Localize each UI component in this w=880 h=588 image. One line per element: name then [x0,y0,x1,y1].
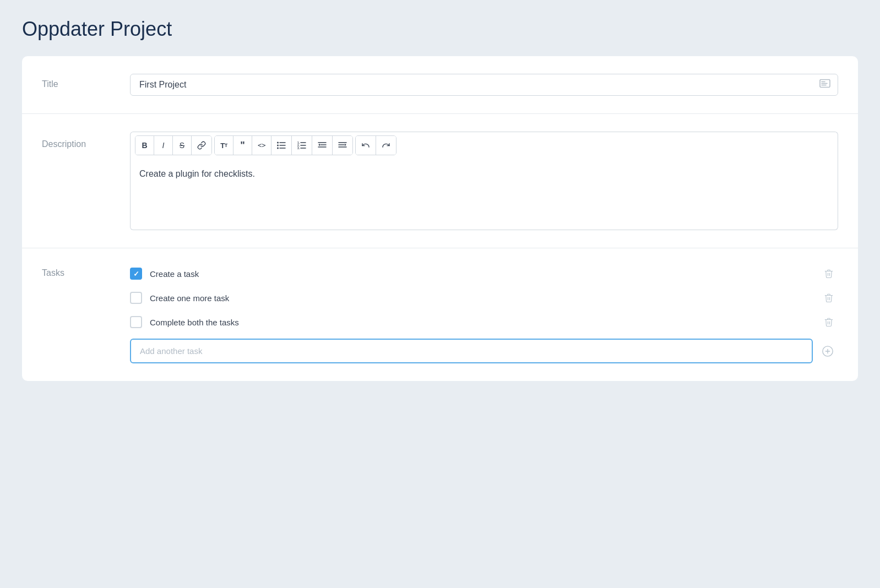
task-delete-button-3[interactable] [819,314,838,330]
page-title: Oppdater Project [22,18,858,41]
svg-marker-19 [318,144,320,146]
title-input-wrapper [130,74,838,96]
bold-button[interactable]: B [135,136,154,155]
numbered-list-button[interactable]: 1. 2. 3. [292,136,312,155]
task-label-1: Create a task [150,269,819,279]
title-field-content [130,74,838,96]
description-section: Description B I S TT [22,114,858,248]
task-delete-button-1[interactable] [819,266,838,281]
bullet-list-button[interactable] [271,136,292,155]
history-group [355,135,396,155]
add-task-input[interactable] [130,339,813,363]
heading-button[interactable]: TT [215,136,233,155]
task-checkbox-2[interactable] [130,292,142,304]
task-delete-button-2[interactable] [819,290,838,306]
redo-button[interactable] [376,136,396,155]
title-input[interactable] [130,74,838,96]
tasks-label: Tasks [42,266,130,278]
tasks-list: Create a task Create one mor [130,266,838,363]
add-task-button[interactable] [817,343,838,360]
code-button[interactable]: <> [252,136,271,155]
task-label-2: Create one more task [150,293,819,303]
tasks-field-content: Create a task Create one mor [130,266,838,363]
indent-left-button[interactable] [312,136,333,155]
title-label: Title [42,74,130,89]
task-checkbox-1[interactable] [130,268,142,280]
svg-point-4 [277,142,279,144]
description-label: Description [42,132,130,149]
task-checkbox-3[interactable] [130,316,142,328]
link-button[interactable] [192,136,211,155]
task-item: Create a task [130,266,838,281]
svg-marker-23 [345,144,346,146]
svg-point-6 [277,145,279,146]
strikethrough-button[interactable]: S [173,136,192,155]
italic-button[interactable]: I [154,136,173,155]
title-icon [819,79,830,91]
add-task-wrapper [130,339,838,363]
format-group: B I S [135,135,212,155]
quote-button[interactable]: " [233,136,252,155]
form-card: Title Description B [22,56,858,381]
undo-button[interactable] [356,136,376,155]
description-field-content: B I S TT " <> [130,132,838,230]
description-editor[interactable]: Create a plugin for checklists. [130,159,838,230]
tasks-section: Tasks Create a task [22,248,858,381]
text-style-group: TT " <> [214,135,353,155]
svg-text:3.: 3. [297,146,300,149]
svg-point-8 [277,148,279,149]
task-item: Create one more task [130,290,838,306]
title-section: Title [22,56,858,114]
indent-right-button[interactable] [333,136,352,155]
editor-toolbar: B I S TT " <> [130,132,838,159]
task-item: Complete both the tasks [130,314,838,330]
task-label-3: Complete both the tasks [150,318,819,327]
